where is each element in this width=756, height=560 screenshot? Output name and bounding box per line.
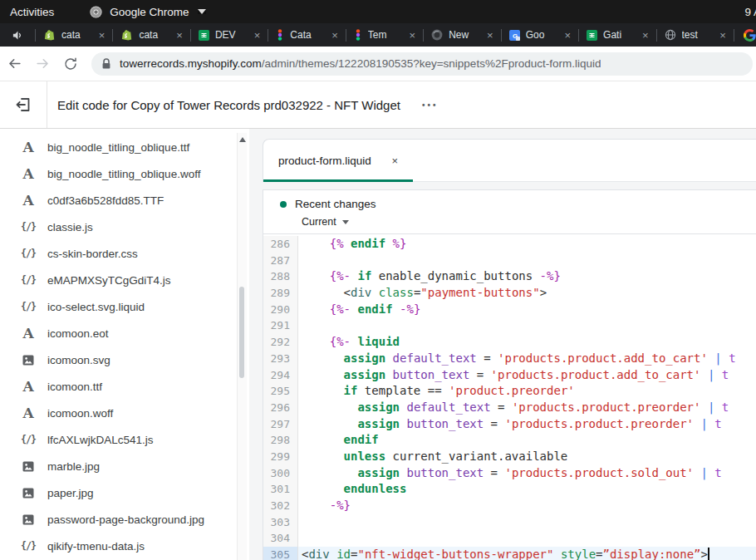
exit-icon [15,96,32,113]
file-item[interactable]: {/}qikify-tmenu-data.js [0,533,249,559]
version-dropdown[interactable]: Current [302,216,756,228]
tab-close-icon[interactable]: × [176,29,183,42]
browser-tab[interactable]: GGoo× [502,23,578,47]
exit-code-editor-button[interactable] [0,81,47,128]
line-number: 286 [263,236,298,253]
unsaved-changes-dot [280,201,287,208]
browser-tab[interactable]: Gati× [579,23,655,47]
code-file-icon: {/} [20,434,37,445]
line-number: 290 [263,302,298,318]
tab-close-icon[interactable]: × [331,29,338,42]
editor-tab-label: product-form.liquid [278,155,371,167]
browser-tab[interactable]: Tem× [346,23,423,47]
browser-tabs: cata×cata×DEV×Cata×Tem×New×GGoo×Gati×tes… [36,23,756,47]
file-item[interactable]: Abig_noodle_titling_oblique.ttf [0,134,249,160]
file-item[interactable]: {/}lfcAXLwjkDALc541.js [0,426,249,453]
tab-close-icon[interactable]: × [391,155,398,167]
text-cursor [708,548,709,560]
tab-close-icon[interactable]: × [487,29,493,42]
file-item[interactable]: Aicomoon.woff [0,400,249,426]
tab-close-icon[interactable]: × [99,29,106,42]
file-item[interactable]: {/}ico-select.svg.liquid [0,293,249,320]
file-name: classie.js [47,221,93,233]
code-file-icon: {/} [20,274,37,286]
address-bar[interactable]: towerrecords.myshopify.com/admin/themes/… [91,52,753,76]
globe-icon [665,29,676,41]
file-item[interactable]: marble.jpg [0,453,249,479]
shopify-icon [120,29,133,42]
file-item[interactable]: Abig_noodle_titling_oblique.woff [0,160,249,187]
browser-tab[interactable]: Cata× [268,23,345,47]
file-name: icomoon.svg [47,354,110,366]
file-name: lfcAXLwjkDALc541.js [47,434,154,446]
browser-tab-title: Gati [603,29,636,41]
code-line-text: assign default_text = 'products.product.… [298,400,756,416]
browser-tab[interactable]: test× [657,23,734,47]
browser-tab[interactable]: cata× [36,23,112,47]
file-item[interactable]: icomoon.svg [0,346,249,373]
app-menu[interactable]: Google Chrome [89,5,205,19]
file-name: paper.jpg [47,487,94,499]
tab-close-icon[interactable]: × [719,29,726,42]
editor-tab-bar: product-form.liquid × [263,139,756,181]
line-number: 300 [263,465,298,482]
scroll-up-icon[interactable] [239,137,246,142]
file-item[interactable]: {/}cs-skin-border.css [0,240,249,267]
code-line: 297 assign button_text = 'products.produ… [263,416,756,433]
file-name: icomoon.ttf [47,381,102,393]
main-content: Abig_noodle_titling_oblique.ttfAbig_nood… [0,129,756,560]
browser-tab[interactable]: DEV× [191,23,268,47]
line-number: 291 [263,317,298,334]
file-name: icomoon.woff [47,407,113,420]
browser-tab-partial[interactable] [734,23,756,47]
file-item[interactable]: password-page-background.jpg [0,506,249,533]
back-button[interactable] [0,56,28,71]
scrollbar-thumb[interactable] [239,287,244,378]
line-number: 295 [263,383,298,400]
line-number: 299 [263,449,298,465]
browser-tab[interactable]: cata× [113,23,189,47]
code-area[interactable]: 286 {% endif %}287288 {%- if enable_dyna… [263,234,756,560]
file-item[interactable]: Aicomoon.eot [0,320,249,346]
line-number: 296 [263,400,298,416]
tab-close-icon[interactable]: × [642,29,649,42]
font-file-icon: A [20,378,37,395]
file-name: big_noodle_titling_oblique.woff [47,168,200,180]
font-file-icon: A [20,325,37,341]
code-line-text: {%- endif -%} [298,302,756,318]
code-file-icon: {/} [20,248,37,259]
code-line-text: {%- if enable_dynamic_buttons -%} [298,268,756,285]
tab-close-icon[interactable]: × [410,29,416,42]
recent-changes-panel: Recent changes Current [263,189,756,234]
browser-tab-title: cata [139,29,170,41]
image-file-icon [20,461,37,472]
lock-icon[interactable] [101,58,111,70]
more-options-button[interactable]: ••• [422,101,439,110]
clock[interactable]: 9 A [744,6,756,18]
forward-button[interactable] [28,56,56,71]
file-item[interactable]: paper.jpg [0,479,249,506]
browser-toolbar: towerrecords.myshopify.com/admin/themes/… [0,47,756,81]
line-number: 294 [263,367,298,384]
file-item[interactable]: Aicomoon.ttf [0,373,249,400]
reload-button[interactable] [56,56,85,71]
code-line: 286 {% endif %} [263,236,756,253]
line-number: 305 [263,547,298,560]
activities-button[interactable]: Activities [10,6,54,18]
code-line-text: -%} [298,498,756,514]
code-line: 291 [263,317,756,334]
browser-tab[interactable]: New× [424,23,500,47]
tab-close-icon[interactable]: × [564,29,571,42]
code-line: 290 {%- endif -%} [263,302,756,318]
editor-tab-product-form[interactable]: product-form.liquid × [263,140,413,181]
code-file-icon: {/} [20,301,37,312]
file-item[interactable]: {/}eMAPMXSyTCgGdiT4.js [0,267,249,293]
speaker-icon [0,29,35,42]
code-line-text: endunless [298,481,756,498]
code-line-text [298,317,756,334]
file-item[interactable]: Ac0df3a6b528fdd85.TTF [0,187,249,214]
file-item[interactable]: {/}classie.js [0,214,249,240]
tab-close-icon[interactable]: × [254,29,261,42]
line-number: 302 [263,498,298,514]
sidebar-scrollbar[interactable] [237,133,247,560]
